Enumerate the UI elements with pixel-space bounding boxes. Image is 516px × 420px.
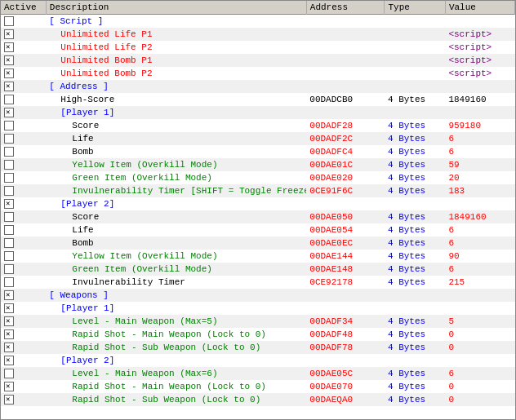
checkbox[interactable] <box>4 343 14 352</box>
active-cell[interactable] <box>1 380 46 393</box>
active-cell[interactable] <box>1 315 46 328</box>
checkbox[interactable] <box>4 186 14 196</box>
main-table-container[interactable]: Active Description Address Type Value [ … <box>0 0 516 420</box>
table-row[interactable]: [Player 2] <box>1 354 515 367</box>
checkbox[interactable] <box>4 264 14 274</box>
table-row[interactable]: [ Weapons ] <box>1 289 515 302</box>
table-row[interactable]: [Player 2] <box>1 197 515 210</box>
table-row[interactable]: Unlimited Life P1<script> <box>1 28 515 41</box>
checkbox[interactable] <box>4 82 14 91</box>
checkbox[interactable] <box>4 29 14 39</box>
table-row[interactable]: Rapid Shot - Sub Weapon (Lock to 0)00DAE… <box>1 393 515 406</box>
checkbox[interactable] <box>4 55 14 65</box>
table-row[interactable]: Rapid Shot - Main Weapon (Lock to 0)00DA… <box>1 328 515 341</box>
checkbox[interactable] <box>4 134 14 144</box>
table-row[interactable]: [ Script ] <box>1 15 515 28</box>
checkbox[interactable] <box>4 369 14 378</box>
description-label: Yellow Item (Overkill Mode) <box>72 160 217 170</box>
checkbox[interactable] <box>4 173 14 183</box>
checkbox[interactable] <box>4 316 14 326</box>
active-cell[interactable] <box>1 93 46 106</box>
checkbox[interactable] <box>4 329 14 339</box>
active-cell[interactable] <box>1 80 46 93</box>
table-row[interactable]: Green Item (Overkill Mode)00DAE1484 Byte… <box>1 263 515 276</box>
active-cell[interactable] <box>1 250 46 263</box>
active-cell[interactable] <box>1 158 46 171</box>
checkbox[interactable] <box>4 121 14 130</box>
active-cell[interactable] <box>1 237 46 250</box>
table-row[interactable]: Score00DADF284 Bytes959180 <box>1 119 515 132</box>
checkbox[interactable] <box>4 95 14 104</box>
checkbox[interactable] <box>4 277 14 287</box>
checkbox[interactable] <box>4 382 14 391</box>
active-cell[interactable] <box>1 41 46 54</box>
table-row[interactable]: Yellow Item (Overkill Mode)00DAE1444 Byt… <box>1 250 515 263</box>
checkbox[interactable] <box>4 16 14 26</box>
checkbox[interactable] <box>4 69 14 78</box>
table-row[interactable]: [Player 1] <box>1 302 515 315</box>
table-row[interactable]: Green Item (Overkill Mode)00DAE0204 Byte… <box>1 171 515 184</box>
table-row[interactable]: Rapid Shot - Sub Weapon (Lock to 0)00DAD… <box>1 341 515 354</box>
checkbox[interactable] <box>4 160 14 170</box>
checkbox[interactable] <box>4 212 14 222</box>
checkbox[interactable] <box>4 251 14 261</box>
active-cell[interactable] <box>1 184 46 197</box>
checkbox[interactable] <box>4 42 14 52</box>
active-cell[interactable] <box>1 341 46 354</box>
active-cell[interactable] <box>1 28 46 41</box>
active-cell[interactable] <box>1 106 46 119</box>
address-cell <box>306 289 385 302</box>
checkbox[interactable] <box>4 238 14 248</box>
checkbox[interactable] <box>4 199 14 209</box>
active-cell[interactable] <box>1 15 46 28</box>
active-cell[interactable] <box>1 263 46 276</box>
active-cell[interactable] <box>1 54 46 67</box>
checkbox[interactable] <box>4 108 14 117</box>
active-cell[interactable] <box>1 393 46 406</box>
table-row[interactable]: Yellow Item (Overkill Mode)00DAE01C4 Byt… <box>1 158 515 171</box>
table-row[interactable]: Level - Main Weapon (Max=6)00DAE05C4 Byt… <box>1 367 515 380</box>
active-cell[interactable] <box>1 132 46 145</box>
checkbox[interactable] <box>4 356 14 365</box>
table-row[interactable]: Bomb00DADFC44 Bytes6 <box>1 145 515 158</box>
checkbox[interactable] <box>4 225 14 235</box>
active-cell[interactable] <box>1 354 46 367</box>
table-row[interactable]: Invulnerability Timer0CE921784 Bytes215 <box>1 276 515 289</box>
checkbox[interactable] <box>4 303 14 313</box>
active-cell[interactable] <box>1 197 46 210</box>
active-cell[interactable] <box>1 210 46 223</box>
value-display: <script> <box>448 55 492 65</box>
active-cell[interactable] <box>1 276 46 289</box>
active-cell[interactable] <box>1 328 46 341</box>
checkbox[interactable] <box>4 290 14 300</box>
table-row[interactable]: Life00DADF2C4 Bytes6 <box>1 132 515 145</box>
active-cell[interactable] <box>1 302 46 315</box>
active-cell[interactable] <box>1 171 46 184</box>
active-cell[interactable] <box>1 289 46 302</box>
checkbox[interactable] <box>4 395 14 405</box>
type-cell: 4 Bytes <box>385 237 445 250</box>
table-row[interactable]: Bomb00DAE0EC4 Bytes6 <box>1 237 515 250</box>
table-row[interactable]: Life00DAE0544 Bytes6 <box>1 223 515 237</box>
active-cell[interactable] <box>1 367 46 380</box>
table-row[interactable]: Invulnerability Timer [SHIFT = Toggle Fr… <box>1 184 515 197</box>
type-value: 4 Bytes <box>388 186 425 196</box>
active-cell[interactable] <box>1 223 46 237</box>
description-cell: Unlimited Life P1 <box>46 28 306 41</box>
table-row[interactable]: Unlimited Bomb P2<script> <box>1 67 515 80</box>
table-row[interactable]: Unlimited Life P2<script> <box>1 41 515 54</box>
active-cell[interactable] <box>1 145 46 158</box>
table-row[interactable]: High-Score00DADCB04 Bytes1849160 <box>1 93 515 106</box>
value-cell <box>445 80 514 93</box>
table-row[interactable]: Unlimited Bomb P1<script> <box>1 54 515 67</box>
table-row[interactable]: Rapid Shot - Main Weapon (Lock to 0)00DA… <box>1 380 515 393</box>
table-row[interactable]: [ Address ] <box>1 80 515 93</box>
table-row[interactable]: Level - Main Weapon (Max=5)00DADF344 Byt… <box>1 315 515 328</box>
table-row[interactable]: [Player 1] <box>1 106 515 119</box>
active-cell[interactable] <box>1 67 46 80</box>
table-row[interactable]: Score00DAE0504 Bytes1849160 <box>1 210 515 223</box>
active-cell[interactable] <box>1 119 46 132</box>
address-value: 00DADF78 <box>309 343 353 352</box>
checkbox[interactable] <box>4 147 14 157</box>
type-cell: 4 Bytes <box>385 328 445 341</box>
